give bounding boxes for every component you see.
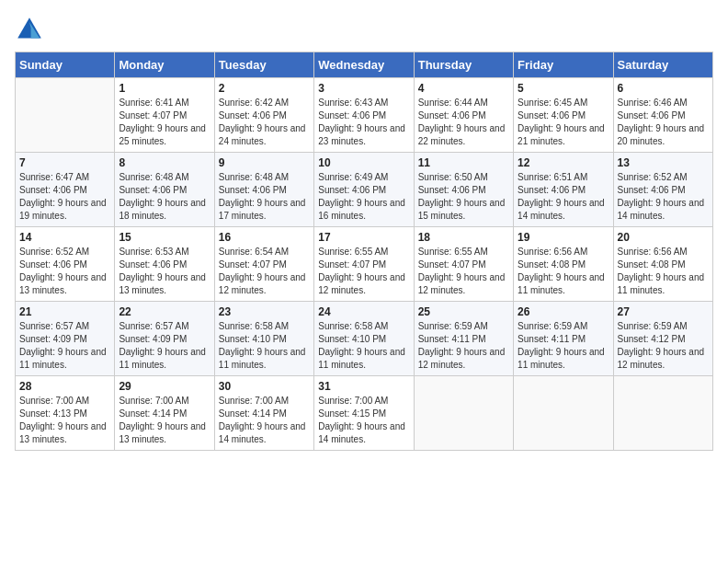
calendar-day-header: Wednesday: [314, 52, 414, 78]
calendar-cell: 26Sunrise: 6:59 AMSunset: 4:11 PMDayligh…: [514, 302, 613, 376]
calendar-cell: 7Sunrise: 6:47 AMSunset: 4:06 PMDaylight…: [16, 153, 115, 227]
calendar-week-row: 21Sunrise: 6:57 AMSunset: 4:09 PMDayligh…: [16, 302, 713, 376]
day-info: Sunrise: 7:00 AMSunset: 4:15 PMDaylight:…: [318, 395, 409, 446]
calendar-cell: 21Sunrise: 6:57 AMSunset: 4:09 PMDayligh…: [16, 302, 115, 376]
day-number: 30: [219, 380, 310, 393]
day-number: 4: [418, 82, 509, 95]
day-number: 13: [618, 156, 709, 169]
day-info: Sunrise: 6:48 AMSunset: 4:06 PMDaylight:…: [119, 171, 210, 223]
calendar-cell: 8Sunrise: 6:48 AMSunset: 4:06 PMDaylight…: [115, 153, 214, 227]
calendar-cell: 6Sunrise: 6:46 AMSunset: 4:06 PMDaylight…: [613, 78, 712, 153]
calendar-day-header: Sunday: [16, 52, 115, 78]
calendar-cell: 22Sunrise: 6:57 AMSunset: 4:09 PMDayligh…: [115, 302, 214, 376]
calendar-cell: [514, 376, 613, 451]
logo-icon: [15, 15, 44, 44]
day-info: Sunrise: 6:46 AMSunset: 4:06 PMDaylight:…: [618, 97, 709, 148]
day-number: 29: [119, 380, 210, 393]
day-number: 14: [19, 231, 110, 244]
calendar-cell: 9Sunrise: 6:48 AMSunset: 4:06 PMDaylight…: [214, 153, 313, 227]
day-number: 17: [318, 231, 409, 244]
day-info: Sunrise: 6:44 AMSunset: 4:06 PMDaylight:…: [418, 97, 509, 148]
calendar-cell: 15Sunrise: 6:53 AMSunset: 4:06 PMDayligh…: [115, 227, 214, 302]
day-number: 23: [219, 305, 310, 318]
day-number: 28: [19, 380, 110, 393]
day-number: 21: [19, 305, 110, 318]
day-info: Sunrise: 6:56 AMSunset: 4:08 PMDaylight:…: [518, 246, 609, 297]
day-info: Sunrise: 6:52 AMSunset: 4:06 PMDaylight:…: [618, 171, 709, 223]
day-info: Sunrise: 6:54 AMSunset: 4:07 PMDaylight:…: [219, 246, 310, 297]
day-info: Sunrise: 6:58 AMSunset: 4:10 PMDaylight:…: [318, 320, 409, 372]
calendar-cell: 12Sunrise: 6:51 AMSunset: 4:06 PMDayligh…: [514, 153, 613, 227]
day-info: Sunrise: 6:41 AMSunset: 4:07 PMDaylight:…: [119, 97, 210, 148]
day-number: 25: [418, 305, 509, 318]
calendar-cell: 3Sunrise: 6:43 AMSunset: 4:06 PMDaylight…: [314, 78, 414, 153]
calendar-cell: 17Sunrise: 6:55 AMSunset: 4:07 PMDayligh…: [314, 227, 414, 302]
calendar-cell: 13Sunrise: 6:52 AMSunset: 4:06 PMDayligh…: [613, 153, 712, 227]
calendar-cell: 28Sunrise: 7:00 AMSunset: 4:13 PMDayligh…: [16, 376, 115, 451]
calendar-cell: 30Sunrise: 7:00 AMSunset: 4:14 PMDayligh…: [214, 376, 313, 451]
calendar-cell: 11Sunrise: 6:50 AMSunset: 4:06 PMDayligh…: [414, 153, 513, 227]
day-number: 6: [618, 82, 709, 95]
calendar-cell: 29Sunrise: 7:00 AMSunset: 4:14 PMDayligh…: [115, 376, 214, 451]
day-info: Sunrise: 6:53 AMSunset: 4:06 PMDaylight:…: [119, 246, 210, 297]
day-info: Sunrise: 6:57 AMSunset: 4:09 PMDaylight:…: [119, 320, 210, 372]
day-number: 5: [518, 82, 609, 95]
day-number: 24: [318, 305, 409, 318]
day-number: 19: [518, 231, 609, 244]
day-info: Sunrise: 7:00 AMSunset: 4:14 PMDaylight:…: [119, 395, 210, 446]
calendar-cell: 14Sunrise: 6:52 AMSunset: 4:06 PMDayligh…: [16, 227, 115, 302]
calendar-cell: [16, 78, 115, 153]
calendar-day-header: Monday: [115, 52, 214, 78]
calendar-cell: 24Sunrise: 6:58 AMSunset: 4:10 PMDayligh…: [314, 302, 414, 376]
calendar-cell: 10Sunrise: 6:49 AMSunset: 4:06 PMDayligh…: [314, 153, 414, 227]
day-number: 12: [518, 156, 609, 169]
day-info: Sunrise: 6:59 AMSunset: 4:12 PMDaylight:…: [618, 320, 709, 372]
calendar-cell: [613, 376, 712, 451]
day-number: 20: [618, 231, 709, 244]
day-number: 11: [418, 156, 509, 169]
day-info: Sunrise: 6:58 AMSunset: 4:10 PMDaylight:…: [219, 320, 310, 372]
calendar-table: SundayMondayTuesdayWednesdayThursdayFrid…: [15, 52, 713, 451]
day-number: 26: [518, 305, 609, 318]
day-info: Sunrise: 6:52 AMSunset: 4:06 PMDaylight:…: [19, 246, 110, 297]
day-number: 2: [219, 82, 310, 95]
day-info: Sunrise: 6:51 AMSunset: 4:06 PMDaylight:…: [518, 171, 609, 223]
calendar-cell: 31Sunrise: 7:00 AMSunset: 4:15 PMDayligh…: [314, 376, 414, 451]
day-info: Sunrise: 6:55 AMSunset: 4:07 PMDaylight:…: [318, 246, 409, 297]
day-number: 16: [219, 231, 310, 244]
calendar-cell: [414, 376, 513, 451]
calendar-week-row: 28Sunrise: 7:00 AMSunset: 4:13 PMDayligh…: [16, 376, 713, 451]
calendar-day-header: Thursday: [414, 52, 513, 78]
day-info: Sunrise: 6:50 AMSunset: 4:06 PMDaylight:…: [418, 171, 509, 223]
calendar-week-row: 1Sunrise: 6:41 AMSunset: 4:07 PMDaylight…: [16, 78, 713, 153]
day-info: Sunrise: 6:59 AMSunset: 4:11 PMDaylight:…: [418, 320, 509, 372]
calendar-cell: 27Sunrise: 6:59 AMSunset: 4:12 PMDayligh…: [613, 302, 712, 376]
day-number: 7: [19, 156, 110, 169]
day-info: Sunrise: 7:00 AMSunset: 4:14 PMDaylight:…: [219, 395, 310, 446]
day-number: 10: [318, 156, 409, 169]
day-info: Sunrise: 6:55 AMSunset: 4:07 PMDaylight:…: [418, 246, 509, 297]
calendar-day-header: Tuesday: [214, 52, 313, 78]
day-number: 3: [318, 82, 409, 95]
day-number: 27: [618, 305, 709, 318]
day-number: 22: [119, 305, 210, 318]
day-info: Sunrise: 6:59 AMSunset: 4:11 PMDaylight:…: [518, 320, 609, 372]
page-header: [15, 15, 713, 44]
calendar-day-header: Saturday: [613, 52, 712, 78]
day-info: Sunrise: 6:48 AMSunset: 4:06 PMDaylight:…: [219, 171, 310, 223]
day-info: Sunrise: 6:43 AMSunset: 4:06 PMDaylight:…: [318, 97, 409, 148]
calendar-cell: 2Sunrise: 6:42 AMSunset: 4:06 PMDaylight…: [214, 78, 313, 153]
calendar-cell: 25Sunrise: 6:59 AMSunset: 4:11 PMDayligh…: [414, 302, 513, 376]
day-info: Sunrise: 6:47 AMSunset: 4:06 PMDaylight:…: [19, 171, 110, 223]
day-info: Sunrise: 7:00 AMSunset: 4:13 PMDaylight:…: [19, 395, 110, 446]
calendar-cell: 5Sunrise: 6:45 AMSunset: 4:06 PMDaylight…: [514, 78, 613, 153]
day-info: Sunrise: 6:56 AMSunset: 4:08 PMDaylight:…: [618, 246, 709, 297]
calendar-cell: 16Sunrise: 6:54 AMSunset: 4:07 PMDayligh…: [214, 227, 313, 302]
day-info: Sunrise: 6:45 AMSunset: 4:06 PMDaylight:…: [518, 97, 609, 148]
day-number: 8: [119, 156, 210, 169]
day-info: Sunrise: 6:49 AMSunset: 4:06 PMDaylight:…: [318, 171, 409, 223]
day-number: 31: [318, 380, 409, 393]
calendar-week-row: 14Sunrise: 6:52 AMSunset: 4:06 PMDayligh…: [16, 227, 713, 302]
calendar-day-header: Friday: [514, 52, 613, 78]
calendar-cell: 20Sunrise: 6:56 AMSunset: 4:08 PMDayligh…: [613, 227, 712, 302]
